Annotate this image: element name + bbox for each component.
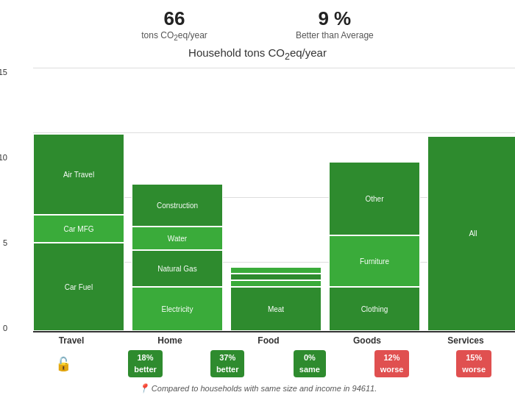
x-label-travel: Travel [26,335,117,346]
segment-air-travel: Air Travel [33,134,124,215]
segment-natural-gas: Natural Gas [132,250,223,287]
segment-meat: Meat [230,287,322,331]
location-icon: 📍 [138,383,149,394]
segment-construction: Construction [132,184,223,227]
bar-stack-travel: Air Travel Car MFG Car Fuel [33,131,124,331]
segment-furniture: Furniture [329,235,420,287]
grid-line-15 [33,68,515,68]
bar-group-services: All [427,131,515,331]
x-label-goods: Goods [322,335,413,346]
segment-car-fuel: Car Fuel [33,243,124,331]
bar-group-home: Construction Water Natural Gas Electrici… [132,131,223,331]
segment-car-mfg: Car MFG [33,215,124,243]
bar-group-travel: Air Travel Car MFG Car Fuel [33,131,124,331]
y-label-15: 15 [0,68,7,76]
badge-services: 15%worse [456,350,491,377]
segment-food-top2 [230,274,322,280]
badge-group-services: 15%worse [436,350,511,377]
x-label-home: Home [124,335,216,346]
segment-clothing: Clothing [329,287,420,331]
y-label-0: 0 [0,324,7,332]
bar-group-food: Meat [230,131,322,331]
segment-other: Other [329,162,420,235]
segment-electricity: Electricity [132,287,223,331]
badge-group-home: 37%better [190,350,265,377]
bar-stack-food: Meat [230,131,322,331]
percent-stat: 9 % Better than Average [296,7,374,42]
chart-area: Air Travel Car MFG Car Fuel Construction… [33,68,515,332]
segment-all: All [427,136,515,331]
percent-value: 9 % [296,7,374,30]
badge-group-travel: 18%better [108,350,183,377]
bar-group-goods: Other Furniture Clothing [329,131,420,331]
tons-stat: 66 tons CO2eq/year [141,7,207,42]
badges-row: 🔓 18%better 37%better 0%same 12%worse 15… [26,350,511,377]
badge-goods: 12%worse [374,350,410,377]
y-label-5: 5 [0,238,7,247]
x-label-services: Services [420,335,511,346]
badge-group-food: 0%same [272,350,347,377]
lock-group: 🔓 [26,356,101,372]
badge-travel: 18%better [128,350,163,377]
bar-stack-home: Construction Water Natural Gas Electrici… [132,131,223,331]
x-label-food: Food [223,335,314,346]
bar-stack-services: All [427,131,515,331]
segment-water: Water [132,227,223,250]
chart-title: Household tons CO2eq/year [188,46,327,62]
badge-food: 0%same [294,350,326,377]
footnote-text: Compared to households with same size an… [152,384,377,393]
y-axis: 15 10 5 0 [0,68,7,332]
tons-value: 66 [141,7,207,30]
footnote: 📍 Compared to households with same size … [138,383,377,394]
segment-food-top1 [230,267,322,274]
percent-label: Better than Average [296,30,374,40]
badge-home: 37%better [210,350,245,377]
bar-stack-goods: Other Furniture Clothing [329,131,420,331]
badge-group-goods: 12%worse [355,350,430,377]
lock-icon: 🔓 [55,356,71,372]
segment-food-top3 [230,280,322,287]
top-stats: 66 tons CO2eq/year 9 % Better than Avera… [141,7,373,42]
y-label-10: 10 [0,153,7,162]
x-labels: Travel Home Food Goods Services [26,335,511,346]
tons-unit: tons CO2eq/year [141,30,207,42]
